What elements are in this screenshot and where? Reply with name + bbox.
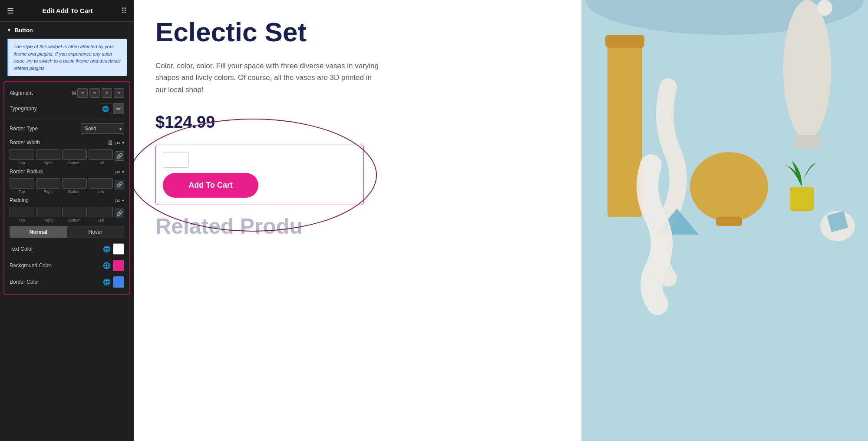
add-to-cart-button[interactable]: Add To Cart — [163, 173, 258, 198]
border-width-right-cell: 1 Right — [36, 149, 61, 165]
border-width-top-input[interactable]: 1 — [10, 149, 34, 160]
border-color-globe-icon[interactable]: 🌐 — [103, 279, 110, 285]
border-radius-bottom-input[interactable]: 30 — [62, 178, 87, 189]
border-type-label: Border Type — [10, 126, 81, 132]
border-width-bottom-cell: 1 Bottom — [62, 149, 87, 165]
border-color-controls: 🌐 — [103, 276, 124, 288]
padding-unit-arrow[interactable]: ▾ — [122, 198, 124, 203]
border-radius-right-input[interactable]: 30 — [36, 178, 61, 189]
border-width-left-label: Left — [97, 161, 104, 165]
padding-bottom-cell: 15 Bottom — [62, 207, 87, 222]
svg-point-4 — [783, 0, 831, 139]
padding-header-row: Padding px ▾ — [8, 195, 126, 206]
padding-left-label: Left — [97, 218, 104, 222]
quantity-input[interactable]: 1 — [163, 152, 189, 168]
hamburger-icon[interactable]: ☰ — [7, 6, 14, 16]
text-color-controls: 🌐 — [103, 243, 124, 255]
border-width-monitor-icon: 🖥 — [107, 139, 113, 146]
product-description: Color, color, color. Fill your space wit… — [155, 60, 381, 96]
border-width-link-button[interactable]: 🔗 — [115, 151, 124, 161]
padding-bottom-label: Bottom — [68, 218, 81, 222]
padding-left-input[interactable]: 50 — [89, 207, 113, 217]
info-text: The style of this widget is often affect… — [13, 43, 122, 72]
svg-point-12 — [817, 0, 832, 16]
border-radius-px-label[interactable]: px — [115, 169, 120, 174]
border-width-left-input[interactable]: 1 — [89, 149, 113, 160]
padding-px-label[interactable]: px — [115, 198, 120, 203]
border-color-label: Border Color — [10, 279, 103, 285]
product-image-svg — [581, 0, 868, 441]
section-arrow-icon: ▼ — [7, 28, 11, 33]
border-type-select[interactable]: Solid Dashed Dotted None — [81, 123, 124, 134]
cart-box: 1 Add To Cart — [155, 145, 364, 205]
svg-rect-5 — [794, 135, 820, 148]
panel-header: ☰ Edit Add To Cart ⠿ — [0, 0, 134, 22]
padding-bottom-input[interactable]: 15 — [62, 207, 87, 217]
border-width-label: Border Width — [10, 139, 107, 146]
product-price: $124.99 — [155, 113, 560, 132]
tab-hover-button[interactable]: Hover — [67, 226, 124, 238]
svg-point-6 — [690, 152, 768, 222]
product-title: Eclectic Set — [155, 17, 560, 47]
border-width-header-row: Border Width 🖥 px ▾ — [8, 136, 126, 149]
border-width-unit-group: 🖥 px ▾ — [107, 139, 124, 146]
border-radius-left-input[interactable]: 30 — [89, 178, 113, 189]
border-radius-top-label: Top — [19, 189, 25, 194]
padding-values-row: 15 Top 50 Right 15 Bottom 50 Left 🔗 — [8, 206, 126, 223]
border-radius-unit-group: px ▾ — [115, 169, 124, 174]
border-radius-unit-arrow[interactable]: ▾ — [122, 169, 124, 174]
border-type-select-wrapper[interactable]: Solid Dashed Dotted None ▾ — [81, 123, 124, 134]
grid-icon[interactable]: ⠿ — [121, 6, 127, 16]
related-products-label: Related Produ — [155, 214, 560, 239]
main-content: Eclectic Set Color, color, color. Fill y… — [134, 0, 868, 441]
border-radius-values-row: 30 Top 30 Right 30 Bottom 30 Left 🔗 — [8, 177, 126, 195]
text-color-globe-icon[interactable]: 🌐 — [103, 245, 110, 252]
border-radius-label: Border Radius — [10, 169, 115, 175]
border-radius-link-button[interactable]: 🔗 — [115, 180, 124, 189]
padding-top-cell: 15 Top — [10, 207, 34, 222]
background-color-controls: 🌐 — [103, 260, 124, 271]
padding-link-button[interactable]: 🔗 — [115, 209, 124, 218]
padding-top-input[interactable]: 15 — [10, 207, 34, 217]
section-label: Button — [15, 27, 33, 33]
tab-normal-button[interactable]: Normal — [10, 226, 67, 238]
align-center-button[interactable]: ≡ — [89, 88, 100, 98]
button-section-header[interactable]: ▼ Button — [0, 22, 134, 39]
align-justify-button[interactable]: ≡ — [114, 88, 124, 98]
svg-rect-7 — [716, 217, 742, 226]
typography-globe-button[interactable]: 🌐 — [100, 103, 111, 114]
background-color-row: Background Color 🌐 — [8, 257, 126, 274]
background-color-globe-icon[interactable]: 🌐 — [103, 262, 110, 269]
border-radius-top-input[interactable]: 30 — [10, 178, 34, 189]
border-radius-bottom-cell: 30 Bottom — [62, 178, 87, 194]
product-image-section — [581, 0, 868, 441]
alignment-controls: ≡ ≡ ≡ ≡ — [77, 88, 124, 98]
border-radius-top-cell: 30 Top — [10, 178, 34, 194]
align-right-button[interactable]: ≡ — [102, 88, 112, 98]
info-box: The style of this widget is often affect… — [7, 39, 127, 76]
padding-right-cell: 50 Right — [36, 207, 61, 222]
panel-title: Edit Add To Cart — [14, 7, 121, 14]
border-width-top-cell: 1 Top — [10, 149, 34, 165]
typography-edit-button[interactable]: ✏ — [113, 103, 124, 114]
text-color-swatch[interactable] — [113, 243, 124, 255]
background-color-swatch[interactable] — [113, 260, 124, 271]
text-color-row: Text Color 🌐 — [8, 241, 126, 257]
product-section: Eclectic Set Color, color, color. Fill y… — [134, 0, 581, 441]
padding-top-label: Top — [19, 218, 25, 222]
typography-label: Typography — [10, 106, 100, 112]
border-width-right-input[interactable]: 1 — [36, 149, 61, 160]
border-color-swatch[interactable] — [113, 276, 124, 288]
border-width-bottom-input[interactable]: 1 — [62, 149, 87, 160]
border-type-row: Border Type Solid Dashed Dotted None ▾ — [8, 121, 126, 136]
product-image — [581, 0, 868, 441]
align-left-button[interactable]: ≡ — [77, 88, 88, 98]
border-width-px-label[interactable]: px — [115, 140, 120, 145]
border-radius-header-row: Border Radius px ▾ — [8, 166, 126, 177]
border-width-unit-arrow[interactable]: ▾ — [122, 140, 124, 145]
settings-section: Alignment 🖥 ≡ ≡ ≡ ≡ Typography 🌐 ✏ — [3, 81, 130, 295]
alignment-row: Alignment 🖥 ≡ ≡ ≡ ≡ — [8, 86, 126, 100]
padding-right-input[interactable]: 50 — [36, 207, 61, 217]
border-width-bottom-label: Bottom — [68, 161, 81, 165]
typography-row: Typography 🌐 ✏ — [8, 100, 126, 117]
